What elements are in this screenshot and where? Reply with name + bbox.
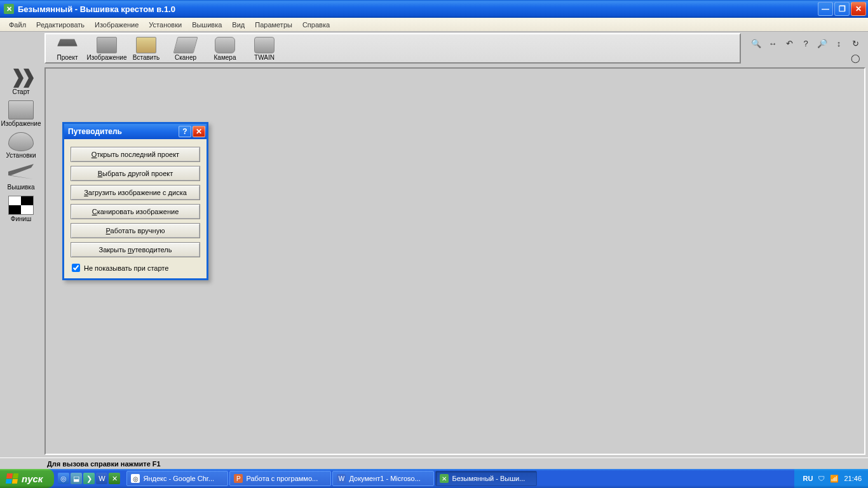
task-word-label: Документ1 - Microso...	[349, 475, 420, 482]
toolbar-camera-label: Камера	[214, 54, 236, 61]
sidebar-finish[interactable]: Финиш	[1, 193, 41, 224]
start-icon	[8, 69, 34, 88]
toolbar-twain[interactable]: TWAIN	[245, 34, 283, 62]
sidebar-start[interactable]: Старт	[1, 66, 41, 97]
ql-word-icon[interactable]: W	[96, 473, 107, 484]
toolbar-camera[interactable]: Камера	[206, 34, 244, 62]
sidebar-image[interactable]: Изображение	[1, 98, 41, 128]
maximize-button[interactable]: ❐	[834, 2, 850, 16]
task-chrome[interactable]: ◎ Яндекс - Google Chr...	[126, 471, 228, 486]
word-icon: W	[337, 474, 346, 483]
window-titlebar: ✕ Безымянный - Вышивка крестом в.1.0 — ❐…	[0, 0, 868, 18]
twain-icon	[254, 37, 275, 53]
wizard-choose-project-button[interactable]: Выбрать другой проект	[71, 166, 200, 181]
task-powerpoint-label: Работа с программо...	[246, 475, 318, 482]
wizard-help-button[interactable]: ?	[179, 126, 191, 137]
fit-width-icon[interactable]: ↔	[768, 39, 778, 48]
toolbar-paste-label: Вставить	[133, 54, 159, 61]
zoom-out-icon[interactable]: 🔎	[817, 39, 827, 48]
toolbar-scanner-label: Сканер	[175, 54, 196, 61]
tray-shield-icon[interactable]: 🛡	[818, 475, 825, 482]
powerpoint-icon: P	[234, 474, 243, 483]
app-body: Проект Изображение Вставить Сканер Камер…	[0, 32, 868, 458]
task-embroidery-label: Безымянный - Выши...	[452, 475, 525, 482]
menu-embroidery[interactable]: Вышивка	[187, 21, 227, 29]
sidebar-start-label: Старт	[12, 88, 29, 95]
zoom-in-icon[interactable]: 🔍	[751, 39, 761, 48]
start-label: пуск	[22, 473, 43, 484]
circle-icon[interactable]: ◯	[850, 53, 860, 63]
sidebar-finish-icon	[8, 196, 34, 215]
sidebar-setup-label: Установки	[6, 152, 36, 159]
chrome-icon: ◎	[131, 474, 140, 483]
wizard-dont-show-label: Не показывать при старте	[84, 264, 168, 272]
toolbar-project-label: Проект	[57, 54, 78, 61]
system-tray: RU 🛡 📶 21:46	[794, 469, 868, 488]
wizard-titlebar[interactable]: Путеводитель ? ✕	[64, 124, 207, 139]
taskbar: пуск ◎ ⬓ ❯ W ✕ ◎ Яндекс - Google Chr... …	[0, 469, 868, 488]
ql-chrome-icon[interactable]: ◎	[58, 473, 69, 484]
zoom-palette: 🔍 ↔ ↶ ? 🔎 ↕ ↻ ◯	[745, 36, 865, 66]
wizard-title: Путеводитель	[68, 127, 179, 136]
paste-icon	[136, 37, 156, 53]
task-powerpoint[interactable]: P Работа с программо...	[229, 471, 331, 486]
sidebar-embroidery-label: Вышивка	[8, 184, 35, 191]
wizard-open-last-button[interactable]: Открыть последний проект	[71, 147, 200, 162]
sidebar-image-icon	[8, 100, 34, 119]
ql-folder-icon[interactable]: ❯	[83, 473, 95, 484]
sidebar-image-label: Изображение	[1, 120, 41, 127]
toolbar-scanner[interactable]: Сканер	[166, 34, 205, 62]
wizard-load-image-button[interactable]: Загрузить изображение с диска	[71, 185, 200, 200]
toolbar-paste[interactable]: Вставить	[127, 34, 165, 62]
redo-icon[interactable]: ↻	[850, 39, 860, 48]
toolbar-project[interactable]: Проект	[48, 34, 86, 62]
toolbar-twain-label: TWAIN	[254, 54, 275, 61]
quick-launch: ◎ ⬓ ❯ W ✕	[54, 473, 124, 484]
windows-logo-icon	[6, 473, 18, 484]
menu-image[interactable]: Изображение	[90, 21, 144, 29]
task-embroidery-app[interactable]: ✕ Безымянный - Выши...	[435, 471, 537, 486]
toolbar-image[interactable]: Изображение	[88, 34, 126, 62]
menu-view[interactable]: Вид	[227, 21, 250, 29]
tray-network-icon[interactable]: 📶	[830, 475, 839, 483]
menu-params[interactable]: Параметры	[250, 21, 297, 29]
task-chrome-label: Яндекс - Google Chr...	[143, 475, 214, 482]
sidebar-setup-icon	[8, 132, 34, 151]
wizard-manual-button[interactable]: Работать вручную	[71, 223, 200, 238]
ql-desktop-icon[interactable]: ⬓	[71, 473, 82, 484]
undo-icon[interactable]: ↶	[784, 39, 794, 48]
wizard-dont-show-input[interactable]	[72, 264, 80, 272]
menu-file[interactable]: Файл	[4, 21, 31, 29]
wizard-close-button[interactable]: ✕	[193, 126, 205, 137]
start-button[interactable]: пуск	[0, 469, 54, 488]
camera-icon	[215, 37, 235, 53]
fit-height-icon[interactable]: ↕	[834, 39, 844, 48]
wizard-dialog: Путеводитель ? ✕ Открыть последний проек…	[62, 122, 208, 280]
menu-help[interactable]: Справка	[297, 21, 335, 29]
menu-edit[interactable]: Редактировать	[31, 21, 90, 29]
minimize-button[interactable]: —	[818, 2, 833, 16]
sidebar-setup[interactable]: Установки	[1, 130, 41, 160]
language-indicator[interactable]: RU	[803, 475, 813, 482]
wizard-dont-show-checkbox[interactable]: Не показывать при старте	[71, 264, 200, 272]
clock[interactable]: 21:46	[844, 475, 862, 482]
wizard-sidebar: Старт Изображение Установки Вышивка Фини…	[1, 66, 41, 224]
sidebar-embroidery[interactable]: Вышивка	[1, 161, 41, 192]
scanner-icon	[173, 37, 198, 53]
menu-settings[interactable]: Установки	[144, 21, 187, 29]
embroidery-app-icon: ✕	[440, 474, 449, 483]
help-icon[interactable]: ?	[801, 39, 811, 48]
ql-app-icon[interactable]: ✕	[109, 473, 120, 484]
task-word[interactable]: W Документ1 - Microso...	[332, 471, 434, 486]
sidebar-embroidery-icon	[8, 164, 34, 183]
menubar: Файл Редактировать Изображение Установки…	[0, 18, 868, 32]
main-toolbar: Проект Изображение Вставить Сканер Камер…	[44, 33, 741, 64]
wizard-close-guide-button[interactable]: Закрыть путеводитель	[71, 242, 200, 257]
close-button[interactable]: ✕	[851, 2, 866, 16]
project-icon	[57, 36, 78, 53]
image-icon	[97, 37, 117, 53]
statusbar-text: Для вызова справки нажмите F1	[47, 460, 161, 468]
sidebar-finish-label: Финиш	[11, 215, 31, 222]
task-buttons: ◎ Яндекс - Google Chr... P Работа с прог…	[124, 471, 537, 486]
wizard-scan-image-button[interactable]: Сканировать изображение	[71, 204, 200, 219]
